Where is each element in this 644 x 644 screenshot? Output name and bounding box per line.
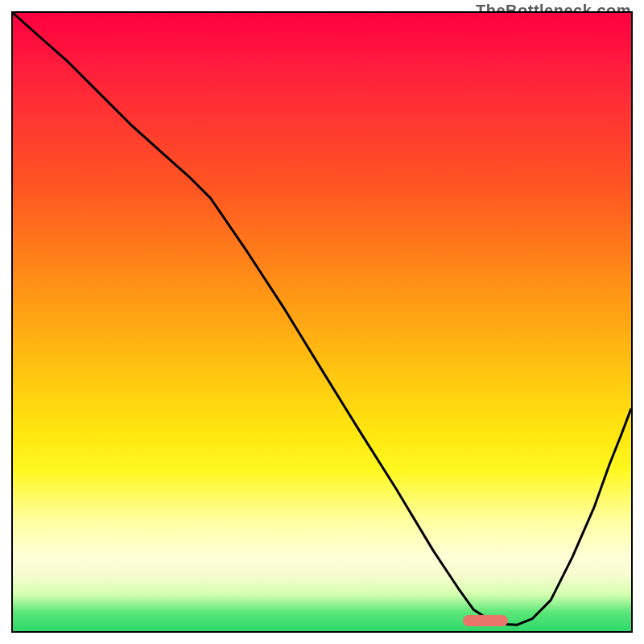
bottleneck-chart: TheBottleneck.com bbox=[0, 0, 644, 644]
chart-curve bbox=[13, 13, 631, 631]
plot-area bbox=[11, 11, 633, 633]
optimum-marker bbox=[463, 615, 508, 626]
